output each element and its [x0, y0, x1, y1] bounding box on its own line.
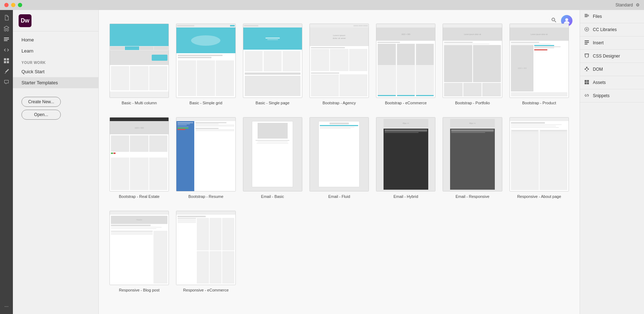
svg-rect-9	[585, 16, 589, 16]
right-panel: Files CC Libraries Insert CSS Designer D…	[580, 10, 644, 314]
sidebar-item-home[interactable]: Home	[13, 34, 98, 45]
app: ··· Dw Home Learn YOUR WORK Quick Start …	[0, 10, 644, 314]
panel-item-dom[interactable]: DOM	[580, 63, 644, 76]
template-card-responsive-blog[interactable]: Header	[109, 211, 169, 292]
template-card-bootstrap-agency[interactable]: Lorem ipsumdolor sit amet	[309, 24, 369, 105]
template-name-responsive-ecommerce: Responsive - eCommerce	[176, 288, 235, 292]
template-card-basic-single[interactable]: Basic - Single page	[243, 24, 302, 105]
svg-rect-8	[585, 15, 589, 16]
sidebar-nav: Home Learn YOUR WORK Quick Start Starter…	[13, 31, 98, 91]
template-preview-responsive-about	[509, 117, 569, 191]
create-new-button[interactable]: Create New...	[21, 97, 61, 107]
template-preview-bootstrap-resume	[176, 117, 235, 191]
template-card-responsive-about[interactable]: Responsive - About page	[509, 117, 569, 199]
template-name-responsive-blog: Responsive - Blog post	[109, 288, 169, 292]
panel-label-insert: Insert	[593, 40, 604, 45]
template-preview-bootstrap-agency: Lorem ipsumdolor sit amet	[309, 24, 369, 98]
titlebar-right: Standard ⚙	[615, 3, 640, 8]
template-grid-row-1: Basic - Multi column	[109, 24, 569, 105]
template-preview-bootstrap-portfolio: Lorem ipsum dolor sit	[443, 24, 502, 98]
standard-label: Standard	[615, 3, 633, 8]
template-preview-email-responsive: 40px ××	[443, 117, 502, 191]
rail-brush-icon[interactable]	[1, 66, 11, 76]
sidebar-item-starter-templates[interactable]: Starter Templates	[13, 77, 98, 88]
svg-line-21	[587, 68, 588, 69]
template-preview-bootstrap-ecommerce: 1920 × 580	[376, 24, 435, 98]
svg-rect-2	[4, 61, 6, 63]
panel-item-files[interactable]: Files	[580, 10, 644, 23]
your-work-section-label: YOUR WORK	[13, 56, 98, 66]
snippets-icon	[584, 93, 590, 99]
template-preview-email-hybrid: 40px ××	[376, 117, 435, 191]
svg-rect-3	[7, 61, 9, 63]
panel-item-cc-libraries[interactable]: CC Libraries	[580, 23, 644, 36]
template-card-responsive-ecommerce[interactable]: Responsive - eCommerce	[176, 211, 235, 292]
minimize-button[interactable]	[11, 3, 15, 7]
sidebar-header: Dw	[13, 10, 98, 31]
template-preview-basic-grid	[176, 24, 235, 98]
template-preview-email-basic	[243, 117, 302, 191]
panel-item-insert[interactable]: Insert	[580, 36, 644, 50]
svg-rect-23	[587, 80, 589, 82]
assets-icon	[584, 80, 590, 85]
template-card-bootstrap-ecommerce[interactable]: 1920 × 580	[376, 24, 435, 105]
maximize-button[interactable]	[18, 3, 22, 7]
template-name-basic-single: Basic - Single page	[243, 101, 302, 105]
template-name-bootstrap-portfolio: Bootstrap - Portfolio	[443, 101, 502, 105]
insert-icon	[584, 40, 590, 46]
files-icon	[584, 14, 590, 19]
svg-rect-24	[585, 83, 587, 85]
rail-lines-icon[interactable]	[1, 34, 11, 44]
template-card-email-hybrid[interactable]: 40px ×× Email - Hybrid	[376, 117, 435, 199]
search-button[interactable]	[551, 17, 557, 24]
svg-rect-7	[585, 14, 587, 15]
svg-rect-18	[586, 70, 587, 71]
svg-line-26	[586, 94, 587, 96]
template-card-bootstrap-product[interactable]: Lorem ipsum dolor sit 1200 × 400	[509, 24, 569, 105]
svg-rect-16	[585, 69, 586, 70]
svg-rect-14	[585, 44, 587, 45]
template-card-basic-multi[interactable]: Basic - Multi column	[109, 24, 169, 105]
template-card-bootstrap-portfolio[interactable]: Lorem ipsum dolor sit	[443, 24, 502, 105]
template-preview-bootstrap-product: Lorem ipsum dolor sit 1200 × 400	[509, 24, 569, 98]
rail-chat-icon[interactable]	[1, 77, 11, 87]
template-card-email-basic[interactable]: Email - Basic	[243, 117, 302, 199]
settings-icon[interactable]: ⚙	[636, 3, 640, 8]
panel-label-css-designer: CSS Designer	[593, 54, 620, 59]
close-button[interactable]	[4, 3, 9, 7]
dom-icon	[584, 66, 590, 72]
template-name-email-basic: Email - Basic	[243, 194, 302, 199]
panel-item-assets[interactable]: Assets	[580, 76, 644, 89]
panel-item-css-designer[interactable]: CSS Designer	[580, 50, 644, 63]
template-preview-bootstrap-realestate: 1920 × 500	[109, 117, 169, 191]
template-name-bootstrap-realestate: Bootstrap - Real Estate	[109, 194, 169, 199]
svg-line-20	[585, 68, 587, 69]
sidebar-item-quick-start[interactable]: Quick Start	[13, 66, 98, 77]
template-card-bootstrap-resume[interactable]: Bootstrap - Resume	[176, 117, 235, 199]
rail-layers-icon[interactable]	[1, 24, 11, 34]
template-preview-responsive-blog: Header	[109, 211, 169, 285]
rail-file-icon[interactable]	[1, 13, 11, 23]
svg-rect-1	[7, 58, 9, 60]
main-content: Basic - Multi column	[99, 10, 580, 314]
template-card-email-fluid[interactable]: Email - Fluid	[309, 117, 369, 199]
rail-grid-icon[interactable]	[1, 56, 11, 66]
template-card-bootstrap-realestate[interactable]: 1920 × 500	[109, 117, 169, 199]
panel-label-dom: DOM	[593, 67, 603, 72]
template-name-bootstrap-resume: Bootstrap - Resume	[176, 194, 235, 199]
svg-point-4	[552, 18, 555, 21]
template-card-email-responsive[interactable]: 40px ×× Email - Responsive	[443, 117, 502, 199]
template-card-basic-grid[interactable]: Basic - Simple grid	[176, 24, 235, 105]
template-name-bootstrap-product: Bootstrap - Product	[509, 101, 569, 105]
rail-more-icon[interactable]: ···	[1, 301, 11, 311]
svg-rect-17	[587, 69, 589, 70]
panel-label-files: Files	[593, 14, 602, 19]
panel-item-snippets[interactable]: Snippets	[580, 89, 644, 103]
sidebar-item-learn[interactable]: Learn	[13, 45, 98, 56]
sidebar-actions: Create New... Open...	[13, 91, 98, 125]
svg-point-6	[565, 18, 568, 21]
panel-label-assets: Assets	[593, 80, 606, 85]
rail-code-icon[interactable]	[1, 45, 11, 55]
template-name-responsive-about: Responsive - About page	[509, 194, 569, 199]
open-button[interactable]: Open...	[21, 110, 61, 120]
